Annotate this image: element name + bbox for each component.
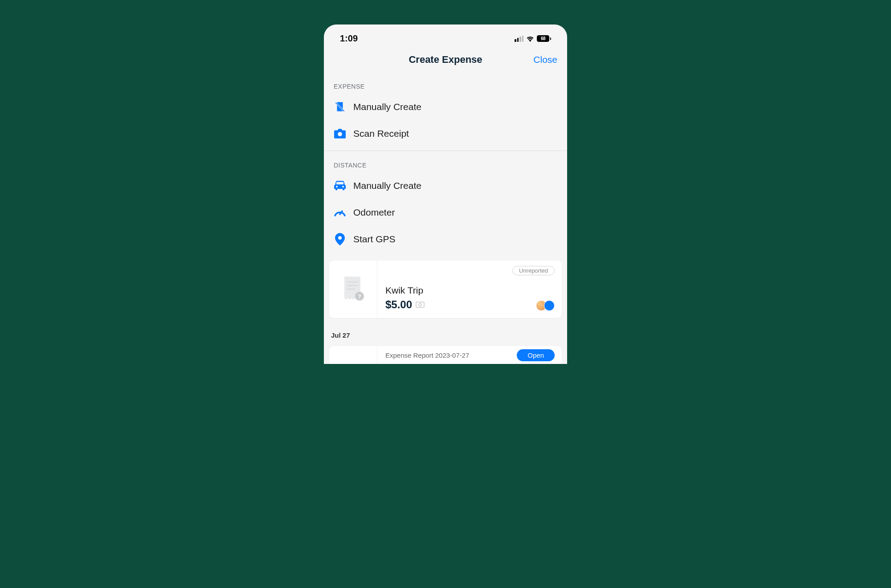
wifi-icon [526,36,534,42]
svg-rect-13 [416,302,424,307]
section-label-distance: DISTANCE [324,151,567,172]
status-icons: 68 [515,35,551,42]
distance-odometer[interactable]: Odometer [324,199,567,226]
battery-level: 68 [537,35,549,42]
status-bar: 1:09 68 [324,24,567,47]
report-thumbnail [329,346,377,364]
expense-card[interactable]: ? Unreported Kwik Trip $5.00 [329,261,562,318]
pin-icon [334,233,346,245]
expense-amount: $5.00 [385,298,412,311]
report-name: Expense Report 2023-07-27 [385,351,469,359]
avatar [544,300,555,311]
svg-point-4 [342,186,344,188]
camera-icon [334,127,346,140]
participant-avatars [539,300,555,311]
expense-content: Unreported Kwik Trip $5.00 [377,261,562,318]
page-title: Create Expense [409,54,482,65]
distance-start-gps[interactable]: Start GPS [324,226,567,253]
cash-icon [416,302,425,308]
svg-line-6 [340,211,342,214]
phone-screen: 1:09 68 Create Expense Close EXPENSE [324,24,567,364]
distance-manually-create[interactable]: Manually Create [324,172,567,199]
receipt-slash-icon [334,101,346,113]
menu-label: Manually Create [353,102,421,112]
svg-point-7 [338,236,342,240]
open-button[interactable]: Open [517,349,555,361]
menu-label: Start GPS [353,234,396,245]
svg-point-3 [336,186,338,188]
receipt-thumbnail: ? [329,261,377,318]
section-label-expense: EXPENSE [324,72,567,94]
gauge-icon [334,206,346,219]
menu-label: Scan Receipt [353,128,409,139]
date-header: Jul 27 [324,323,567,343]
menu-label: Odometer [353,207,395,218]
status-time: 1:09 [340,33,358,44]
svg-rect-5 [336,182,343,185]
battery-icon: 68 [537,35,551,42]
report-card[interactable]: Expense Report 2023-07-27 Open [329,346,562,364]
status-badge: Unreported [512,266,555,275]
expense-manually-create[interactable]: Manually Create [324,94,567,120]
svg-text:?: ? [358,293,361,300]
receipt-placeholder-icon: ? [342,276,365,303]
close-button[interactable]: Close [533,54,557,65]
svg-point-14 [419,303,421,306]
signal-icon [515,36,523,42]
expense-scan-receipt[interactable]: Scan Receipt [324,120,567,147]
menu-label: Manually Create [353,180,421,191]
page-header: Create Expense Close [324,47,567,72]
car-icon [334,180,346,192]
merchant-name: Kwik Trip [385,275,555,296]
svg-point-2 [338,132,342,136]
